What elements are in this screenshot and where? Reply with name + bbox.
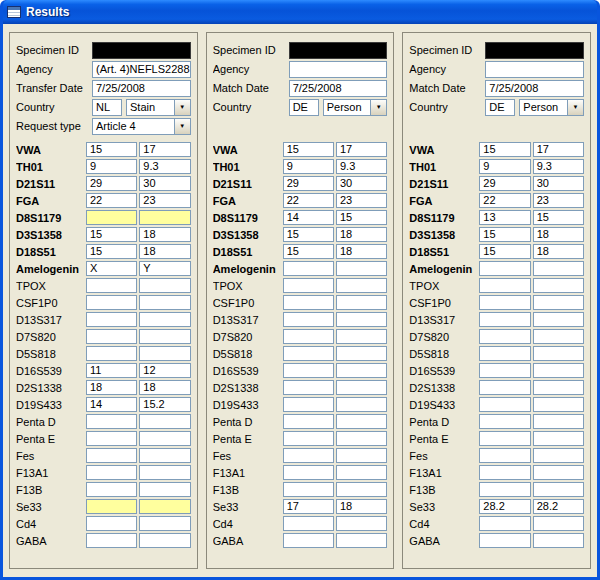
panel-2-locus-f13b-allele-1-input[interactable]	[283, 482, 334, 497]
panel-3-locus-d5s818-allele-2-input[interactable]	[533, 346, 584, 361]
panel-1-locus-tpox-allele-1-input[interactable]	[86, 278, 137, 293]
panel-2-locus-f13b-allele-2-input[interactable]	[336, 482, 387, 497]
panel-3-locus-d8s1179-allele-2-input[interactable]: 15	[533, 210, 584, 225]
panel-1-locus-d16s539-allele-2-input[interactable]: 12	[139, 363, 190, 378]
panel-3-locus-d16s539-allele-2-input[interactable]	[533, 363, 584, 378]
panel-3-locus-cd4-allele-1-input[interactable]	[479, 516, 530, 531]
panel-1-locus-gaba-allele-1-input[interactable]	[86, 533, 137, 548]
panel-2-locus-fes-allele-2-input[interactable]	[336, 448, 387, 463]
panel-1-locus-penta-e-allele-1-input[interactable]	[86, 431, 137, 446]
panel-3-locus-amelogenin-allele-2-input[interactable]	[533, 261, 584, 276]
panel-1-locus-d8s1179-allele-2-input[interactable]	[139, 210, 190, 225]
panel-2-locus-d13s317-allele-2-input[interactable]	[336, 312, 387, 327]
panel-3-locus-d19s433-allele-2-input[interactable]	[533, 397, 584, 412]
panel-3-locus-th01-allele-1-input[interactable]: 9	[479, 159, 530, 174]
panel-1-locus-vwa-allele-1-input[interactable]: 15	[86, 142, 137, 157]
panel-3-locus-penta-e-allele-1-input[interactable]	[479, 431, 530, 446]
panel-1-country-code-input[interactable]: NL	[92, 99, 122, 116]
panel-1-locus-penta-e-allele-2-input[interactable]	[139, 431, 190, 446]
panel-3-locus-se33-allele-2-input[interactable]: 28.2	[533, 499, 584, 514]
panel-1-locus-penta-d-allele-2-input[interactable]	[139, 414, 190, 429]
panel-2-locus-penta-d-allele-1-input[interactable]	[283, 414, 334, 429]
panel-3-specimen-id-field[interactable]	[485, 42, 584, 59]
panel-3-locus-d5s818-allele-1-input[interactable]	[479, 346, 530, 361]
panel-3-locus-f13a1-allele-2-input[interactable]	[533, 465, 584, 480]
panel-2-locus-th01-allele-2-input[interactable]: 9.3	[336, 159, 387, 174]
panel-2-locus-fes-allele-1-input[interactable]	[283, 448, 334, 463]
panel-1-locus-d7s820-allele-1-input[interactable]	[86, 329, 137, 344]
panel-1-locus-d19s433-allele-2-input[interactable]: 15.2	[139, 397, 190, 412]
panel-1-locus-csf1p0-allele-1-input[interactable]	[86, 295, 137, 310]
panel-2-locus-d7s820-allele-1-input[interactable]	[283, 329, 334, 344]
panel-1-locus-f13b-allele-2-input[interactable]	[139, 482, 190, 497]
titlebar[interactable]: Results	[3, 0, 597, 24]
panel-1-locus-th01-allele-2-input[interactable]: 9.3	[139, 159, 190, 174]
panel-2-locus-fga-allele-1-input[interactable]: 22	[283, 193, 334, 208]
panel-2-locus-d8s1179-allele-2-input[interactable]: 15	[336, 210, 387, 225]
panel-2-locus-gaba-allele-2-input[interactable]	[336, 533, 387, 548]
panel-1-locus-fes-allele-2-input[interactable]	[139, 448, 190, 463]
panel-2-locus-d2s1338-allele-2-input[interactable]	[336, 380, 387, 395]
panel-1-locus-d3s1358-allele-1-input[interactable]: 15	[86, 227, 137, 242]
panel-1-locus-gaba-allele-2-input[interactable]	[139, 533, 190, 548]
panel-2-locus-d21s11-allele-2-input[interactable]: 30	[336, 176, 387, 191]
panel-2-locus-amelogenin-allele-1-input[interactable]	[283, 261, 334, 276]
dropdown-arrow-icon[interactable]: ▼	[174, 100, 190, 115]
panel-3-locus-f13b-allele-1-input[interactable]	[479, 482, 530, 497]
panel-1-locus-d2s1338-allele-2-input[interactable]: 18	[139, 380, 190, 395]
panel-1-date-input[interactable]: 7/25/2008	[92, 80, 191, 97]
panel-2-locus-d19s433-allele-2-input[interactable]	[336, 397, 387, 412]
panel-2-locus-csf1p0-allele-1-input[interactable]	[283, 295, 334, 310]
panel-1-locus-d19s433-allele-1-input[interactable]: 14	[86, 397, 137, 412]
panel-3-locus-d13s317-allele-1-input[interactable]	[479, 312, 530, 327]
panel-3-locus-se33-allele-1-input[interactable]: 28.2	[479, 499, 530, 514]
panel-2-locus-d5s818-allele-1-input[interactable]	[283, 346, 334, 361]
panel-2-locus-vwa-allele-2-input[interactable]: 17	[336, 142, 387, 157]
panel-3-locus-d19s433-allele-1-input[interactable]	[479, 397, 530, 412]
panel-3-locus-th01-allele-2-input[interactable]: 9.3	[533, 159, 584, 174]
panel-3-locus-tpox-allele-1-input[interactable]	[479, 278, 530, 293]
panel-1-locus-d5s818-allele-2-input[interactable]	[139, 346, 190, 361]
panel-3-locus-d7s820-allele-1-input[interactable]	[479, 329, 530, 344]
panel-3-locus-amelogenin-allele-1-input[interactable]	[479, 261, 530, 276]
panel-2-locus-se33-allele-1-input[interactable]: 17	[283, 499, 334, 514]
panel-1-locus-d21s11-allele-2-input[interactable]: 30	[139, 176, 190, 191]
panel-1-locus-d5s818-allele-1-input[interactable]	[86, 346, 137, 361]
panel-2-locus-d16s539-allele-2-input[interactable]	[336, 363, 387, 378]
panel-1-locus-se33-allele-1-input[interactable]	[86, 499, 137, 514]
panel-3-locus-f13b-allele-2-input[interactable]	[533, 482, 584, 497]
panel-3-country-type-select[interactable]: Person▼	[519, 99, 584, 116]
panel-1-locus-vwa-allele-2-input[interactable]: 17	[139, 142, 190, 157]
panel-1-locus-d13s317-allele-2-input[interactable]	[139, 312, 190, 327]
panel-3-locus-tpox-allele-2-input[interactable]	[533, 278, 584, 293]
panel-1-locus-d13s317-allele-1-input[interactable]	[86, 312, 137, 327]
panel-1-locus-tpox-allele-2-input[interactable]	[139, 278, 190, 293]
panel-1-locus-d8s1179-allele-1-input[interactable]	[86, 210, 137, 225]
panel-3-locus-fga-allele-1-input[interactable]: 22	[479, 193, 530, 208]
panel-1-request-type-select[interactable]: Article 4▼	[92, 118, 191, 135]
dropdown-arrow-icon[interactable]: ▼	[567, 100, 583, 115]
panel-1-locus-amelogenin-allele-2-input[interactable]: Y	[139, 261, 190, 276]
panel-1-locus-f13a1-allele-1-input[interactable]	[86, 465, 137, 480]
panel-3-locus-d13s317-allele-2-input[interactable]	[533, 312, 584, 327]
panel-2-country-type-select[interactable]: Person▼	[323, 99, 388, 116]
panel-3-country-code-input[interactable]: DE	[485, 99, 515, 116]
panel-1-locus-cd4-allele-1-input[interactable]	[86, 516, 137, 531]
panel-2-locus-amelogenin-allele-2-input[interactable]	[336, 261, 387, 276]
panel-2-locus-d5s818-allele-2-input[interactable]	[336, 346, 387, 361]
panel-2-locus-se33-allele-2-input[interactable]: 18	[336, 499, 387, 514]
panel-3-locus-d21s11-allele-1-input[interactable]: 29	[479, 176, 530, 191]
panel-3-date-input[interactable]: 7/25/2008	[485, 80, 584, 97]
panel-3-locus-vwa-allele-1-input[interactable]: 15	[479, 142, 530, 157]
panel-2-locus-vwa-allele-1-input[interactable]: 15	[283, 142, 334, 157]
panel-3-agency-input[interactable]	[485, 61, 584, 78]
panel-1-locus-d18s51-allele-1-input[interactable]: 15	[86, 244, 137, 259]
panel-3-locus-d21s11-allele-2-input[interactable]: 30	[533, 176, 584, 191]
panel-1-locus-d3s1358-allele-2-input[interactable]: 18	[139, 227, 190, 242]
panel-1-locus-d18s51-allele-2-input[interactable]: 18	[139, 244, 190, 259]
panel-3-locus-cd4-allele-2-input[interactable]	[533, 516, 584, 531]
panel-2-locus-csf1p0-allele-2-input[interactable]	[336, 295, 387, 310]
panel-3-locus-d7s820-allele-2-input[interactable]	[533, 329, 584, 344]
panel-3-locus-csf1p0-allele-1-input[interactable]	[479, 295, 530, 310]
panel-2-locus-tpox-allele-2-input[interactable]	[336, 278, 387, 293]
